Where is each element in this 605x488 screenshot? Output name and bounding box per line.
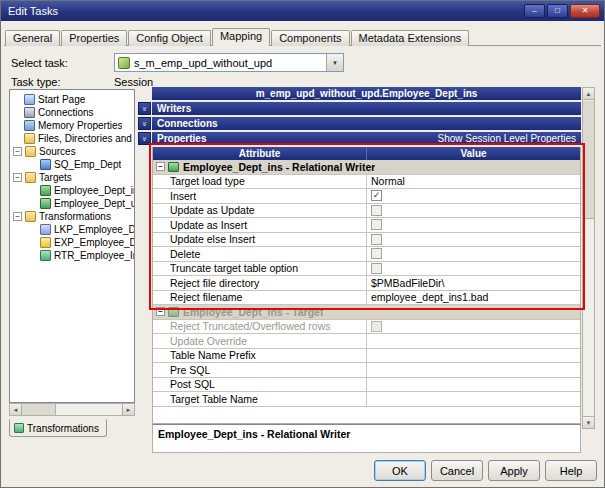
checkbox-update-else-insert[interactable] xyxy=(371,234,382,245)
checkbox-update-as-update[interactable] xyxy=(371,205,382,216)
tab-properties[interactable]: Properties xyxy=(61,30,127,46)
tree-item-employee-dept-ins[interactable]: Employee_Dept_ins xyxy=(10,184,134,197)
help-button[interactable]: Help xyxy=(545,460,597,481)
checkbox-truncate-target-table-option[interactable] xyxy=(371,263,382,274)
tree-expander-minus-icon[interactable]: − xyxy=(13,147,22,156)
value-update-as-insert[interactable] xyxy=(367,218,580,232)
checkbox-insert[interactable]: ✓ xyxy=(371,190,382,201)
value-reject-file-directory[interactable]: $PMBadFileDir\ xyxy=(367,276,580,290)
transformations-bottom-tab[interactable]: Transformations xyxy=(9,419,107,437)
cancel-button[interactable]: Cancel xyxy=(431,460,483,481)
checkbox-update-as-insert[interactable] xyxy=(371,219,382,230)
value-target-load-type[interactable]: Normal xyxy=(367,175,580,189)
files-directories-icon xyxy=(24,133,35,144)
maximize-icon[interactable]: □ xyxy=(547,4,568,18)
value-reject-truncated-overflowed-rows[interactable] xyxy=(367,320,580,334)
group-title: Employee_Dept_ins - Relational Writer xyxy=(183,161,375,173)
table-row: Reject Truncated/Overflowed rows xyxy=(153,320,580,335)
tree-item-sq-emp-dept[interactable]: SQ_Emp_Dept xyxy=(10,158,134,171)
connections-section-label: Connections xyxy=(157,118,218,129)
tree-item-transformations[interactable]: −Transformations xyxy=(10,210,134,223)
tree-expander-minus-icon[interactable]: − xyxy=(13,173,22,182)
scrollbar-track[interactable] xyxy=(56,404,122,415)
tree-item-exp-employee-dept[interactable]: EXP_Employee_Dept xyxy=(10,236,134,249)
scroll-left-icon[interactable]: ◄ xyxy=(10,404,22,415)
scroll-up-icon[interactable]: ▲ xyxy=(583,88,594,100)
mapping-target-header-text: m_emp_upd_without_upd.Employee_Dept_ins xyxy=(256,88,478,99)
checkbox-delete[interactable] xyxy=(371,248,382,259)
connections-section-bar[interactable]: Connections xyxy=(152,117,581,130)
tree-item-label: Files, Directories and Com xyxy=(38,133,134,144)
close-icon[interactable]: ✕ xyxy=(570,4,600,18)
tree-expander-minus-icon[interactable]: − xyxy=(13,212,22,221)
tree-item-label: Memory Properties xyxy=(38,120,122,131)
attribute-truncate-target-table-option: Truncate target table option xyxy=(153,262,367,276)
table-row: Insert✓ xyxy=(153,189,580,204)
value-update-override[interactable] xyxy=(367,334,580,348)
scroll-right-icon[interactable]: ► xyxy=(122,404,134,415)
group-expander-minus-icon[interactable]: − xyxy=(156,307,165,316)
tree-item-label: Employee_Dept_upd xyxy=(54,198,134,209)
minimize-icon[interactable]: – xyxy=(524,4,545,18)
tab-config-object[interactable]: Config Object xyxy=(128,30,211,46)
value-post-sql[interactable] xyxy=(367,378,580,392)
group-expander-minus-icon[interactable]: − xyxy=(156,162,165,171)
collapse-properties-chevron-icon[interactable]: » xyxy=(138,132,151,145)
tree-item-label: Employee_Dept_ins xyxy=(54,185,134,196)
value-update-as-update[interactable] xyxy=(367,204,580,218)
tree-item-connections[interactable]: Connections xyxy=(10,106,134,119)
writers-section-bar[interactable]: Writers xyxy=(152,102,581,115)
value-update-else-insert[interactable] xyxy=(367,233,580,247)
title-bar[interactable]: Edit Tasks – □ ✕ xyxy=(1,1,604,21)
tree-item-label: Start Page xyxy=(38,94,85,105)
value-table-name-prefix[interactable] xyxy=(367,349,580,363)
scroll-down-icon[interactable]: ▼ xyxy=(583,416,594,428)
writers-section-label: Writers xyxy=(157,103,191,114)
scrollbar-thumb[interactable] xyxy=(22,404,56,415)
tree-item-sources[interactable]: −Sources xyxy=(10,145,134,158)
value-column-header[interactable]: Value xyxy=(367,147,580,160)
attribute-update-else-insert: Update else Insert xyxy=(153,233,367,247)
table-row: Update Override xyxy=(153,334,580,349)
value-pre-sql[interactable] xyxy=(367,363,580,377)
value-target-table-name[interactable] xyxy=(367,392,580,406)
value-reject-filename[interactable]: employee_dept_ins1.bad xyxy=(367,291,580,305)
session-task-icon xyxy=(118,57,130,69)
collapse-writers-chevron-icon[interactable]: » xyxy=(138,102,151,115)
tree-item-memory-properties[interactable]: Memory Properties xyxy=(10,119,134,132)
attribute-update-override: Update Override xyxy=(153,334,367,348)
property-group-employee-dept-ins-target[interactable]: −Employee_Dept_ins - Target xyxy=(153,305,580,320)
attribute-column-header[interactable]: Attribute xyxy=(153,147,367,160)
tab-metadata-extensions[interactable]: Metadata Extensions xyxy=(351,30,470,46)
table-row: Truncate target table option xyxy=(153,262,580,277)
value-delete[interactable] xyxy=(367,247,580,261)
properties-section-bar[interactable]: Properties Show Session Level Properties xyxy=(152,132,581,145)
scrollbar-thumb-vertical[interactable] xyxy=(583,101,594,219)
checkbox-reject-truncated-overflowed-rows[interactable] xyxy=(371,321,382,332)
tab-mapping[interactable]: Mapping xyxy=(212,28,270,46)
tree-item-rtr-employee-ins-u[interactable]: RTR_Employee_Ins_U xyxy=(10,249,134,262)
tree-item-targets[interactable]: −Targets xyxy=(10,171,134,184)
tree-item-start-page[interactable]: Start Page xyxy=(10,93,134,106)
value-truncate-target-table-option[interactable] xyxy=(367,262,580,276)
chevron-down-icon[interactable]: ▼ xyxy=(326,54,343,71)
value-text: Normal xyxy=(371,175,405,187)
ok-button[interactable]: OK xyxy=(374,460,426,481)
tab-components[interactable]: Components xyxy=(271,30,349,46)
value-insert[interactable]: ✓ xyxy=(367,189,580,203)
table-row: Update as Insert xyxy=(153,218,580,233)
apply-button[interactable]: Apply xyxy=(488,460,540,481)
panel-vertical-scrollbar[interactable]: ▲ ▼ xyxy=(582,87,595,429)
tab-general[interactable]: General xyxy=(5,30,60,46)
tree-horizontal-scrollbar[interactable]: ◄ ► xyxy=(9,403,135,416)
collapse-connections-chevron-icon[interactable]: » xyxy=(138,117,151,130)
tree-item-lkp-employee-dept[interactable]: LKP_Employee_Dept xyxy=(10,223,134,236)
table-row: Post SQL xyxy=(153,378,580,393)
show-session-level-properties-link[interactable]: Show Session Level Properties xyxy=(438,133,576,144)
property-group-employee-dept-ins-relational-writer[interactable]: −Employee_Dept_ins - Relational Writer xyxy=(153,160,580,175)
tree-item-label: Connections xyxy=(38,107,94,118)
table-row: Reject file directory$PMBadFileDir\ xyxy=(153,276,580,291)
task-select-combobox[interactable]: s_m_emp_upd_without_upd ▼ xyxy=(114,53,344,72)
tree-item-files-directories-and-com[interactable]: Files, Directories and Com xyxy=(10,132,134,145)
tree-item-employee-dept-upd[interactable]: Employee_Dept_upd xyxy=(10,197,134,210)
